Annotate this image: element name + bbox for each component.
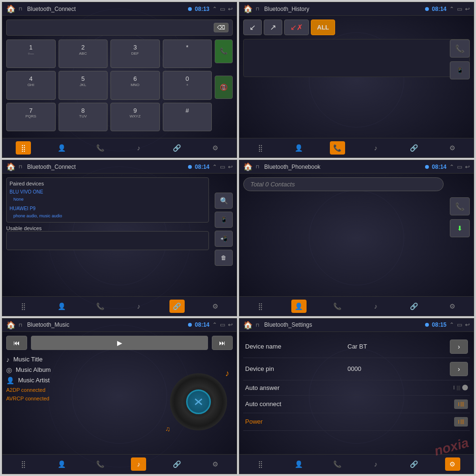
nav-person[interactable]: 👤 [291,141,307,155]
tab-outgoing[interactable]: ↗ [264,19,282,35]
nav-settings[interactable]: ⚙ [208,300,223,313]
minimize-icon[interactable]: ▭ [220,6,225,12]
home-icon[interactable]: 🏠 [6,162,16,171]
home-icon[interactable]: 🏠 [243,162,253,171]
device-list: Paired devices BLU VIVO ONE None HUAWEI … [6,177,209,223]
call-button[interactable]: 📞 [215,39,233,63]
minimize-icon[interactable]: ▭ [220,321,225,328]
nav-music[interactable]: ♪ [368,141,383,155]
back-icon[interactable]: ↩ [465,164,470,170]
bluetooth-symbol-icon [192,395,205,408]
nav-call[interactable]: 📞 [330,457,345,471]
dial-star[interactable]: * [163,39,212,68]
phone2-tool-button[interactable]: 📲 [215,231,233,247]
backspace-button[interactable]: ⌫ [214,23,228,32]
call-side-button[interactable]: 📞 [450,39,470,58]
nav-music[interactable]: ♪ [131,300,146,313]
expand-icon[interactable]: ⌃ [212,164,217,170]
dial-hash[interactable]: # [163,103,212,131]
dial-0[interactable]: 0+ [163,71,212,99]
dial-5[interactable]: 5JKL [59,71,108,99]
nav-music[interactable]: ♪ [368,300,383,313]
dial-9[interactable]: 9WXYZ [110,103,160,131]
prev-button[interactable]: ⏮ [6,336,27,350]
home-icon[interactable]: 🏠 [6,4,16,13]
nav-link[interactable]: 🔗 [407,300,422,313]
nav-music[interactable]: ♪ [368,457,383,471]
nav-link[interactable]: 🔗 [407,141,422,155]
nav-call[interactable]: 📞 [93,141,108,155]
nav-settings[interactable]: ⚙ [445,300,460,313]
download-phonebook-button[interactable]: ⬇ [450,219,470,237]
auto-connect-toggle[interactable]: I ||| [454,399,468,409]
back-icon[interactable]: ↩ [465,321,470,328]
nav-settings[interactable]: ⚙ [208,141,223,155]
hangup-button[interactable]: 📵 [215,76,233,99]
nav-music[interactable]: ♪ [131,457,146,471]
nav-link[interactable]: 🔗 [169,300,185,313]
device-name-arrow[interactable]: › [450,340,468,354]
nav-dialpad[interactable]: ⣿ [16,300,31,313]
next-button[interactable]: ⏭ [212,336,233,350]
nav-link[interactable]: 🔗 [407,457,422,471]
search-tool-button[interactable]: 🔍 [215,193,233,209]
nav-dialpad[interactable]: ⣿ [253,300,268,313]
call-phonebook-button[interactable]: 📞 [450,197,470,215]
dial-input[interactable]: ⌫ [6,19,233,36]
phone-tool-button[interactable]: 📱 [215,212,233,228]
nav-call[interactable]: 📞 [330,300,345,313]
nav-dialpad[interactable]: ⣿ [16,141,31,155]
minimize-icon[interactable]: ▭ [457,6,462,12]
nav-person[interactable]: 👤 [54,141,69,155]
home-icon[interactable]: 🏠 [6,321,16,330]
dial-1[interactable]: 1○— [6,39,56,68]
delete-tool-button[interactable]: 🗑 [215,250,233,266]
nav-settings[interactable]: ⚙ [445,141,460,155]
nav-link[interactable]: 🔗 [169,141,185,155]
dial-2[interactable]: 2ABC [59,39,108,68]
nav-call[interactable]: 📞 [93,457,108,471]
expand-icon[interactable]: ⌃ [449,6,454,12]
minimize-icon[interactable]: ▭ [220,164,225,170]
nav-person[interactable]: 👤 [291,457,307,471]
expand-icon[interactable]: ⌃ [212,6,217,12]
nav-call[interactable]: 📞 [93,300,108,313]
nav-dialpad[interactable]: ⣿ [253,141,268,155]
dial-6[interactable]: 6MNO [110,71,160,99]
nav-settings[interactable]: ⚙ [208,457,223,471]
device-side-button[interactable]: 📱 [450,61,470,79]
dial-3[interactable]: 3DEF [110,39,160,68]
minimize-icon[interactable]: ▭ [457,164,462,170]
dial-8[interactable]: 8TUV [59,103,108,131]
nav-settings[interactable]: ⚙ [445,457,460,471]
nav-person[interactable]: 👤 [291,300,307,313]
nav-link[interactable]: 🔗 [169,457,185,471]
back-icon[interactable]: ↩ [228,6,233,12]
play-button[interactable]: ▶ [31,336,208,350]
expand-icon[interactable]: ⌃ [449,321,454,328]
expand-icon[interactable]: ⌃ [212,321,217,328]
nav-person[interactable]: 👤 [54,457,69,471]
device-pin-arrow[interactable]: › [450,362,468,376]
back-icon[interactable]: ↩ [228,164,233,170]
back-icon[interactable]: ↩ [465,6,470,12]
nav-music[interactable]: ♪ [131,141,146,155]
home-icon[interactable]: 🏠 [243,4,253,13]
nav-dialpad[interactable]: ⣿ [253,457,268,471]
tab-incoming[interactable]: ↙ [243,19,262,35]
dial-4[interactable]: 4GHI [6,71,56,99]
nav-call[interactable]: 📞 [330,141,345,155]
back-icon[interactable]: ↩ [228,321,233,328]
nav-dialpad[interactable]: ⣿ [16,457,31,471]
nav-person[interactable]: 👤 [54,300,69,313]
device-1[interactable]: BLU VIVO ONE [10,188,206,196]
power-toggle[interactable]: I ||| [454,417,468,427]
auto-answer-toggle[interactable]: I ||| [453,385,468,390]
device-2[interactable]: HUAWEI P9 [10,205,206,213]
dial-7[interactable]: 7PQRS [6,103,56,131]
expand-icon[interactable]: ⌃ [449,164,454,170]
minimize-icon[interactable]: ▭ [457,321,462,328]
tab-missed[interactable]: ↙✗ [284,19,309,35]
tab-all[interactable]: ALL [311,19,335,35]
home-icon[interactable]: 🏠 [243,321,253,330]
